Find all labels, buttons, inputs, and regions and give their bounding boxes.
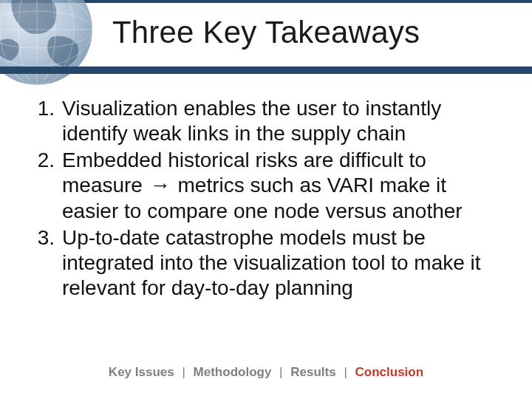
breadcrumb-separator: | (275, 365, 287, 379)
list-item: Visualization enables the user to instan… (30, 96, 502, 146)
list-item: Embedded historical risks are difficult … (30, 148, 502, 223)
takeaway-list: Visualization enables the user to instan… (30, 96, 502, 302)
list-item-text: Up-to-date catastrophe models must be in… (62, 226, 481, 299)
breadcrumb-separator: | (177, 365, 189, 379)
breadcrumb: Key Issues | Methodology | Results | Con… (0, 365, 532, 380)
list-item-text: Visualization enables the user to instan… (62, 97, 441, 145)
breadcrumb-separator: | (339, 365, 351, 379)
list-item: Up-to-date catastrophe models must be in… (30, 225, 502, 301)
breadcrumb-item: Methodology (194, 365, 272, 379)
breadcrumb-item: Results (290, 365, 335, 379)
header-rule-bottom (0, 66, 532, 74)
header-rule-top (0, 0, 532, 3)
arrow-icon: → (149, 173, 172, 198)
header: Three Key Takeaways (0, 0, 532, 74)
breadcrumb-item: Key Issues (109, 365, 174, 379)
breadcrumb-item-active: Conclusion (355, 365, 424, 379)
slide-title: Three Key Takeaways (0, 15, 532, 50)
